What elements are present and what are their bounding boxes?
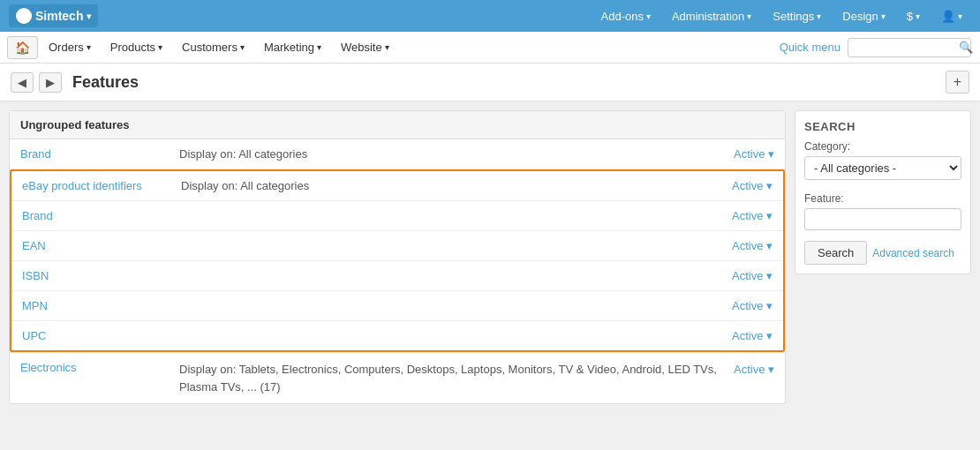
feature-status-brand-top[interactable]: Active ▾ (734, 147, 774, 161)
feature-label: Feature: (804, 192, 961, 205)
orders-nav-btn[interactable]: Orders ▾ (40, 35, 100, 59)
user-nav-btn[interactable]: 👤 ▾ (932, 4, 971, 28)
search-section-title: SEARCH (804, 120, 961, 133)
administration-nav-btn[interactable]: Administration ▾ (663, 4, 760, 28)
feature-status-ebay-brand[interactable]: Active ▾ (732, 209, 773, 222)
top-bar-right: Add-ons ▾ Administration ▾ Settings ▾ De… (592, 4, 971, 28)
second-bar: 🏠 Orders ▾ Products ▾ Customers ▾ Market… (0, 32, 980, 64)
sidebar-buttons: Search Advanced search (804, 241, 961, 265)
feature-row-upc: UPC Active ▾ (11, 321, 783, 350)
dollar-nav-btn[interactable]: $ ▾ (898, 4, 929, 28)
brand-logo[interactable]: Simtech ▾ (9, 4, 98, 27)
addons-nav-btn[interactable]: Add-ons ▾ (592, 4, 660, 28)
quick-menu-label: Quick menu (780, 41, 841, 54)
home-button[interactable]: 🏠 (7, 36, 38, 59)
feature-row-ebay-brand: Brand Active ▾ (11, 201, 783, 231)
feature-row-brand-top: Brand Display on: All categories Active … (10, 139, 785, 169)
feature-row-isbn: ISBN Active ▾ (11, 261, 783, 291)
feature-name-isbn[interactable]: ISBN (22, 269, 181, 282)
category-select[interactable]: - All categories - (804, 156, 961, 180)
website-caret: ▾ (385, 42, 389, 52)
customers-nav-btn[interactable]: Customers ▾ (173, 35, 253, 59)
feature-name-upc[interactable]: UPC (22, 329, 181, 342)
page-header: ◀ ▶ Features + (0, 64, 980, 101)
marketing-caret: ▾ (317, 42, 321, 52)
feature-display-brand-top: Display on: All categories (179, 147, 734, 161)
main-content: Ungrouped features Brand Display on: All… (0, 101, 980, 413)
feature-name-ean[interactable]: EAN (22, 239, 181, 252)
sidebar-panel: SEARCH Category: - All categories - Feat… (795, 110, 971, 274)
website-nav-btn[interactable]: Website ▾ (332, 35, 398, 59)
page-title: Features (72, 73, 139, 92)
feature-status-ebay-parent[interactable]: Active ▾ (732, 179, 773, 192)
logo-icon (16, 8, 32, 24)
feature-status-upc[interactable]: Active ▾ (732, 329, 773, 342)
brand-name: Simtech (35, 9, 83, 23)
second-bar-right: Quick menu 🔍 (780, 38, 973, 57)
addons-caret: ▾ (646, 11, 651, 21)
products-nav-btn[interactable]: Products ▾ (102, 35, 171, 59)
feature-status-isbn[interactable]: Active ▾ (732, 269, 773, 282)
orders-caret: ▾ (87, 42, 91, 52)
features-panel: Ungrouped features Brand Display on: All… (9, 110, 786, 404)
category-label: Category: (804, 140, 961, 153)
dollar-caret: ▾ (916, 11, 920, 21)
top-bar: Simtech ▾ Add-ons ▾ Administration ▾ Set… (0, 0, 980, 32)
back-button[interactable]: ◀ (11, 72, 34, 93)
products-caret: ▾ (158, 42, 162, 52)
search-button[interactable]: Search (804, 241, 867, 265)
page-header-left: ◀ ▶ Features (11, 72, 139, 93)
feature-name-electronics[interactable]: Electronics (20, 361, 179, 374)
feature-name-brand-top[interactable]: Brand (20, 147, 179, 161)
admin-caret: ▾ (747, 11, 751, 21)
add-feature-button[interactable]: + (946, 71, 969, 94)
advanced-search-link[interactable]: Advanced search (872, 247, 954, 259)
customers-caret: ▾ (240, 42, 245, 52)
feature-status-mpn[interactable]: Active ▾ (732, 299, 773, 312)
second-bar-left: 🏠 Orders ▾ Products ▾ Customers ▾ Market… (7, 35, 398, 59)
feature-display-ebay-parent: Display on: All categories (181, 179, 732, 192)
feature-input[interactable] (804, 208, 961, 230)
top-bar-left: Simtech ▾ (9, 4, 98, 27)
forward-button[interactable]: ▶ (39, 72, 62, 93)
brand-caret: ▾ (87, 11, 91, 21)
feature-row-mpn: MPN Active ▾ (11, 291, 783, 321)
ungrouped-features-header: Ungrouped features (10, 111, 785, 139)
feature-name-ebay-brand[interactable]: Brand (22, 209, 181, 222)
feature-status-electronics[interactable]: Active ▾ (734, 363, 774, 376)
design-nav-btn[interactable]: Design ▾ (833, 4, 893, 28)
feature-status-ean[interactable]: Active ▾ (732, 239, 773, 252)
marketing-nav-btn[interactable]: Marketing ▾ (255, 35, 330, 59)
quick-search-input[interactable] (848, 38, 971, 57)
user-caret: ▾ (958, 11, 962, 21)
settings-caret: ▾ (817, 11, 821, 21)
feature-row-electronics: Electronics Display on: Tablets, Electro… (10, 352, 785, 403)
user-icon: 👤 (941, 10, 955, 23)
ebay-group: eBay product identifiers Display on: All… (10, 169, 785, 352)
feature-row-ebay-parent: eBay product identifiers Display on: All… (11, 171, 783, 201)
feature-name-mpn[interactable]: MPN (22, 299, 181, 312)
feature-name-ebay-parent[interactable]: eBay product identifiers (22, 179, 181, 192)
sidebar: SEARCH Category: - All categories - Feat… (795, 110, 971, 404)
feature-display-electronics: Display on: Tablets, Electronics, Comput… (179, 361, 734, 395)
quick-search-icon-btn[interactable]: 🔍 (959, 41, 973, 54)
design-caret: ▾ (881, 11, 886, 21)
feature-row-ean: EAN Active ▾ (11, 231, 783, 261)
settings-nav-btn[interactable]: Settings ▾ (764, 4, 830, 28)
